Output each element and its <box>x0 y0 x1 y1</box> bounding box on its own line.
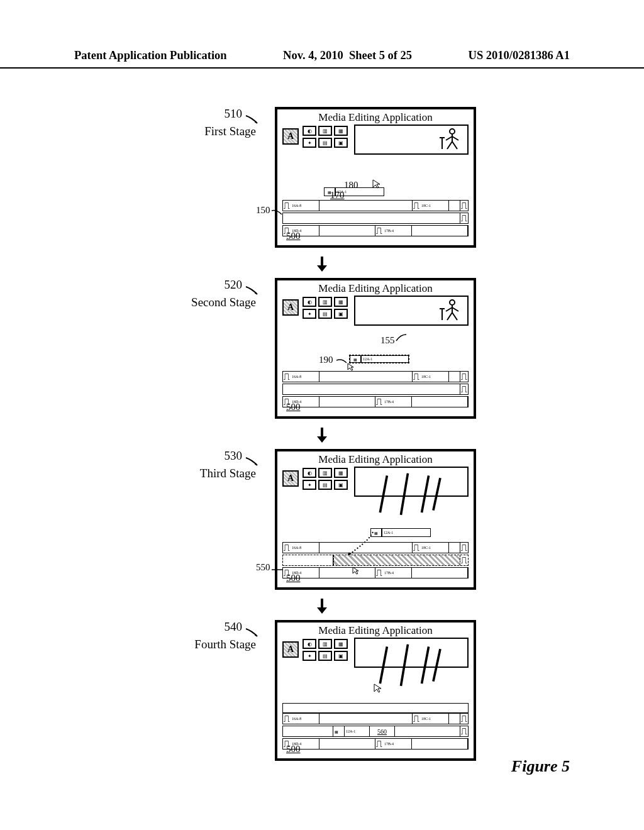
tool-a-button[interactable]: A <box>282 299 299 316</box>
tool-btn-4[interactable]: ✦ <box>303 138 316 148</box>
clip-top-dashed[interactable]: ▦ 12A-1 <box>349 355 409 363</box>
stage-label: Second Stage <box>168 296 256 309</box>
tool-btn-6[interactable]: ▣ <box>334 138 348 148</box>
tool-btn[interactable]: ▣ <box>334 651 348 661</box>
stage-label: First Stage <box>168 124 256 138</box>
track-3[interactable]: ⎍18D-4⎍17B-4 <box>282 396 469 407</box>
track-0[interactable] <box>282 703 469 713</box>
clip-18c1[interactable]: 18C-1 <box>420 372 449 382</box>
timeline[interactable]: ⎍16A-8⎍18C-1⎍ ▦ 12A-1 560 ⎍ ⎍18D-4⎍17B-4 <box>282 687 469 756</box>
track-2[interactable]: ⎍ <box>282 384 469 395</box>
clip-18d4[interactable]: 18D-4 <box>291 739 319 749</box>
app-window: Media Editing Application A ◐▥▦ ✦▤▣ 155 … <box>275 278 476 419</box>
toolbar-buttons: ◐▥▦ ✦▤▣ <box>303 296 348 331</box>
rain-icon <box>375 471 445 491</box>
clip-16a8[interactable]: 16A-8 <box>291 714 319 724</box>
ref-550: 550 <box>256 562 284 573</box>
stage-fourth: 540 Fourth Stage Media Editing Applicati… <box>168 620 476 761</box>
track-1[interactable]: ⎍16A-8⎍18C-1⎍ <box>282 371 469 382</box>
tool-btn-1[interactable]: ◐ <box>303 126 316 136</box>
tool-a-button[interactable]: A <box>282 128 299 145</box>
clip-18d4[interactable]: 18D-4 <box>291 568 319 578</box>
app-title: Media Editing Application <box>277 280 474 295</box>
tool-btn[interactable]: ▥ <box>318 297 332 307</box>
preview-pane <box>354 467 469 497</box>
track-3[interactable]: ⎍ 18D-4 ⎍ 17B-4 <box>282 225 469 236</box>
figure-caption: Figure 5 <box>511 757 570 776</box>
clip-12a1[interactable]: 12A-1 <box>345 726 370 736</box>
clip-18c1[interactable]: 18C-1 <box>420 201 449 211</box>
tool-btn-2[interactable]: ▥ <box>318 126 332 136</box>
ref-530: 530 <box>225 449 257 463</box>
track-2[interactable]: ▦ 12A-1 560 ⎍ <box>282 726 469 737</box>
page-header: Patent Application Publication Nov. 4, 2… <box>0 49 644 69</box>
svg-point-2 <box>450 300 455 305</box>
tool-btn[interactable]: ◐ <box>303 468 316 478</box>
track-2-drop[interactable]: ⎍ <box>282 555 469 566</box>
clip-17b4[interactable]: 17B-4 <box>383 739 412 749</box>
clip-12a1-thumb: ▦ <box>333 726 345 736</box>
pub-type: Patent Application Publication <box>74 49 227 62</box>
down-arrow-icon <box>314 597 330 615</box>
pin-icon: ⎍ <box>283 226 291 236</box>
tool-btn[interactable]: ▤ <box>318 309 332 319</box>
clip-16a8[interactable]: 16A-8 <box>291 201 319 211</box>
clip-18c1[interactable]: 18C-1 <box>420 543 449 553</box>
ref-155: 155 <box>380 333 408 346</box>
tool-btn[interactable]: ▦ <box>334 297 348 307</box>
stage-label: Fourth Stage <box>168 638 256 651</box>
tool-btn[interactable]: ▦ <box>334 639 348 649</box>
app-title: Media Editing Application <box>277 622 474 637</box>
tool-btn[interactable]: ▥ <box>318 639 332 649</box>
track-1[interactable]: ⎍16A-8⎍18C-1⎍ <box>282 542 469 553</box>
tool-btn-3[interactable]: ▦ <box>334 126 348 136</box>
ref-510: 510 <box>225 107 257 121</box>
app-window: Media Editing Application A ◐▥▦ ✦▤▣ 500 … <box>275 620 476 761</box>
app-title: Media Editing Application <box>277 109 474 124</box>
clip-16a8[interactable]: 16A-8 <box>291 372 319 382</box>
timeline[interactable]: ▦ 12A-1 ⎍16A-8⎍18C-1⎍ ⎍ <box>282 516 469 585</box>
clip-top[interactable]: ▦ 12A-1 <box>370 528 431 537</box>
timeline[interactable]: ▦ 12A-1 ⎍16A-8⎍18C-1⎍ ⎍ ⎍18D-4⎍17B-4 <box>282 345 469 414</box>
tool-btn[interactable]: ▤ <box>318 651 332 661</box>
stick-figure-icon <box>438 299 464 323</box>
tool-btn[interactable]: ◐ <box>303 639 316 649</box>
track-2[interactable]: ⎍ <box>282 213 469 224</box>
clip-17b4[interactable]: 17B-4 <box>383 226 412 236</box>
toolbar-buttons: ◐▥▦ ✦▤▣ <box>303 638 348 673</box>
tool-btn[interactable]: ◐ <box>303 297 316 307</box>
toolbar-buttons: ◐ ▥ ▦ ✦ ▤ ▣ <box>303 124 348 160</box>
tool-btn[interactable]: ▦ <box>334 468 348 478</box>
clip-top[interactable]: ▦ 12A-1 <box>324 187 384 196</box>
clip-18d4[interactable]: 18D-4 <box>291 397 319 407</box>
tool-btn[interactable]: ▣ <box>334 309 348 319</box>
timeline[interactable]: ▦ 12A-1 ⎍ 16A-8 ⎍ 18C-1 ⎍ ⎍ ⎍ <box>282 174 469 243</box>
tool-a-button[interactable]: A <box>282 470 299 487</box>
tool-btn[interactable]: ▣ <box>334 480 348 490</box>
tool-btn[interactable]: ▥ <box>318 468 332 478</box>
tool-btn[interactable]: ✦ <box>303 309 316 319</box>
track-1[interactable]: ⎍ 16A-8 ⎍ 18C-1 ⎍ <box>282 200 469 211</box>
clip-16a8[interactable]: 16A-8 <box>291 543 319 553</box>
tool-btn-5[interactable]: ▤ <box>318 138 332 148</box>
preview-pane <box>354 638 469 668</box>
leader-arrow-icon <box>245 285 260 297</box>
clip-17b4[interactable]: 17B-4 <box>383 568 412 578</box>
stage-second: 520 Second Stage Media Editing Applicati… <box>168 278 476 419</box>
clip-top-label: 12A-1 <box>335 187 384 196</box>
tool-a-button[interactable]: A <box>282 641 299 658</box>
tool-btn[interactable]: ✦ <box>303 651 316 661</box>
pin-icon: ⎍ <box>460 201 468 211</box>
clip-17b4[interactable]: 17B-4 <box>383 397 412 407</box>
ref-560: 560 <box>370 726 395 736</box>
track-3[interactable]: ⎍18D-4⎍17B-4 <box>282 567 469 578</box>
clip-18c1[interactable]: 18C-1 <box>420 714 449 724</box>
tool-btn[interactable]: ▤ <box>318 480 332 490</box>
track-1[interactable]: ⎍16A-8⎍18C-1⎍ <box>282 713 469 724</box>
toolbar-buttons: ◐▥▦ ✦▤▣ <box>303 467 348 502</box>
tool-btn[interactable]: ✦ <box>303 480 316 490</box>
app-window: Media Editing Application A ◐ ▥ ▦ ✦ ▤ ▣ <box>275 107 476 248</box>
clip-18d4[interactable]: 18D-4 <box>291 226 319 236</box>
track-3[interactable]: ⎍18D-4⎍17B-4 <box>282 738 469 750</box>
pub-date-sheet: Nov. 4, 2010 Sheet 5 of 25 <box>283 49 412 62</box>
